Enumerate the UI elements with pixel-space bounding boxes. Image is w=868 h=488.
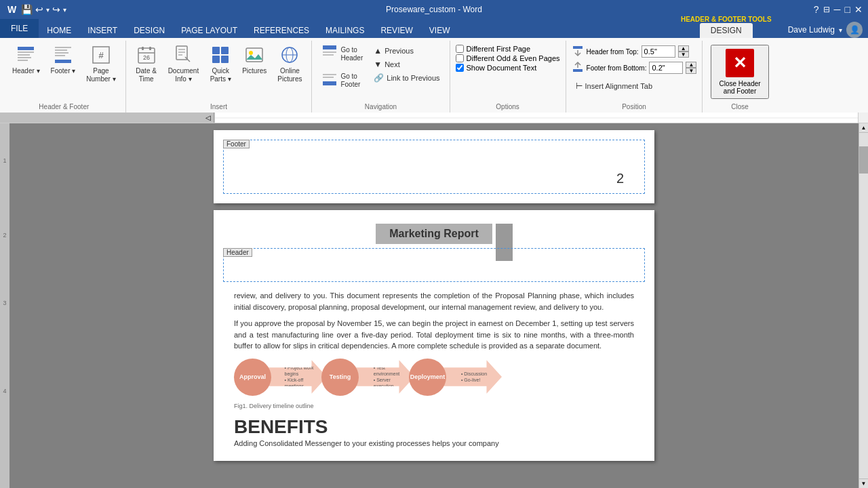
go-to-footer-button[interactable]: Go toFooter: [317, 68, 367, 92]
close-x-icon: ✕: [726, 49, 754, 77]
footer-button[interactable]: Footer ▾: [47, 42, 80, 77]
different-odd-even-row: Different Odd & Even Pages: [456, 54, 560, 62]
show-document-text-row: Show Document Text: [456, 64, 560, 72]
flow-arrow-2-text: • Test environment• Server execution: [374, 365, 400, 389]
header-top-down[interactable]: ▼: [678, 52, 689, 58]
footer-from-bottom-input[interactable]: [649, 62, 683, 74]
group-insert: 26 Date &Time DocumentInfo ▾ QuickParts …: [126, 41, 313, 113]
go-to-header-icon: [321, 44, 338, 64]
group-navigation: Go toHeader Go toFooter ▲ Previous ▼ Nex: [312, 41, 450, 113]
tab-home[interactable]: HOME: [39, 23, 79, 38]
options-items: Different First Page Different Odd & Eve…: [456, 42, 560, 72]
page-number-2: 2: [616, 171, 624, 186]
maximize-btn[interactable]: □: [845, 4, 850, 15]
ribbon-display-btn[interactable]: ⊟: [823, 5, 830, 14]
body-para-1: review, and delivery to you. This docume…: [234, 290, 634, 312]
header-top-up[interactable]: ▲: [678, 45, 689, 52]
user-area[interactable]: Dave Ludwig ▾ 👤: [783, 22, 868, 38]
document-scroll-area[interactable]: Footer 2 Marketing Report Header review,…: [9, 123, 859, 488]
quick-redo[interactable]: ↪: [52, 4, 60, 15]
footer-bottom-down[interactable]: ▼: [686, 68, 696, 74]
group-options-label: Options: [456, 102, 560, 113]
link-to-previous-button[interactable]: 🔗 Link to Previous: [370, 72, 443, 84]
next-button[interactable]: ▼ Next: [370, 58, 443, 70]
svg-rect-22: [221, 47, 229, 54]
tab-view[interactable]: VIEW: [421, 23, 458, 38]
page-number-button[interactable]: # PageNumber ▾: [82, 42, 119, 85]
tab-file[interactable]: FILE: [0, 19, 39, 38]
tab-references[interactable]: REFERENCES: [245, 23, 317, 38]
quick-parts-button[interactable]: QuickParts ▾: [205, 42, 235, 85]
navigation-items: Go toHeader Go toFooter ▲ Previous ▼ Nex: [317, 42, 443, 102]
flow-arrow-3-text: • Discussion• Go-live!: [461, 371, 487, 383]
tab-insert[interactable]: INSERT: [79, 23, 125, 38]
next-icon: ▼: [374, 60, 382, 69]
ruler-left: ◁: [0, 113, 214, 123]
svg-rect-1: [18, 52, 34, 53]
scroll-thumb[interactable]: [859, 146, 868, 174]
minimize-btn[interactable]: ─: [834, 4, 841, 15]
svg-rect-3: [18, 57, 31, 58]
close-header-footer-button[interactable]: ✕ Close Headerand Footer: [711, 45, 768, 99]
pictures-icon: [243, 44, 265, 66]
document-info-button[interactable]: DocumentInfo ▾: [164, 42, 203, 85]
ruler-num-2: 2: [3, 232, 6, 239]
close-window-btn[interactable]: ✕: [854, 4, 863, 15]
flow-node-approval: Approval: [234, 359, 271, 396]
date-time-button[interactable]: 26 Date &Time: [132, 42, 161, 85]
page-3: Marketing Report Header review, and deli…: [214, 210, 654, 461]
document-info-icon: [172, 44, 194, 66]
previous-icon: ▲: [374, 46, 382, 56]
go-to-header-button[interactable]: Go toHeader: [317, 42, 367, 66]
pictures-button[interactable]: Pictures: [238, 42, 271, 77]
alignment-tab-icon: ⊢: [576, 81, 583, 91]
undo-dropdown[interactable]: ▾: [46, 6, 50, 14]
tab-review[interactable]: REVIEW: [372, 23, 420, 38]
page-number-icon: #: [90, 44, 112, 66]
scroll-down-btn[interactable]: ▼: [859, 479, 868, 488]
collapse-icon[interactable]: ◁: [205, 114, 211, 121]
svg-rect-38: [573, 69, 583, 72]
show-document-text-checkbox[interactable]: [456, 64, 464, 72]
tab-page-layout[interactable]: PAGE LAYOUT: [173, 23, 245, 38]
ruler-num-3: 3: [3, 300, 6, 306]
online-pictures-button[interactable]: OnlinePictures: [273, 42, 306, 85]
different-first-page-row: Different First Page: [456, 45, 560, 53]
scroll-up-btn[interactable]: ▲: [859, 123, 868, 133]
dropdown-arrow[interactable]: ▾: [839, 26, 842, 34]
customize-qat[interactable]: ▾: [63, 6, 66, 14]
header-from-top-row: Header from Top: ▲ ▼: [572, 45, 697, 58]
quick-undo[interactable]: ↩: [35, 4, 43, 15]
position-items: Header from Top: ▲ ▼ Footer from Bottom:…: [572, 42, 697, 92]
tab-hf-design[interactable]: DESIGN: [700, 23, 753, 38]
different-odd-even-label: Different Odd & Even Pages: [467, 54, 560, 62]
tab-mailings[interactable]: MAILINGS: [317, 23, 372, 38]
quick-parts-icon: [210, 44, 231, 66]
footer-icon: [52, 44, 74, 66]
header-area: Header: [223, 248, 645, 282]
footer-label-tag: Footer: [223, 140, 250, 148]
document-info-label: DocumentInfo ▾: [168, 67, 199, 83]
group-position-label: Position: [572, 102, 697, 113]
header-from-top-input[interactable]: [642, 45, 675, 58]
user-avatar: 👤: [846, 22, 863, 38]
header-footer-items: Header ▾ Footer ▾ # PageNumber ▾: [8, 42, 120, 102]
previous-label: Previous: [384, 47, 414, 55]
body-para-2: If you approve the proposal by November …: [234, 318, 634, 352]
quick-save[interactable]: 💾: [21, 4, 33, 15]
insert-alignment-tab-button[interactable]: ⊢ Insert Alignment Tab: [572, 80, 697, 92]
header-from-top-label: Header from Top:: [587, 48, 639, 56]
scrollbar-right[interactable]: ▲ ▼: [859, 123, 868, 488]
footer-bottom-spinner: ▲ ▼: [686, 62, 696, 74]
tab-design[interactable]: DESIGN: [125, 23, 173, 38]
group-header-footer: Header ▾ Footer ▾ # PageNumber ▾ Header …: [3, 41, 126, 113]
footer-from-bottom-icon: [572, 61, 584, 75]
different-first-page-checkbox[interactable]: [456, 45, 464, 53]
previous-button[interactable]: ▲ Previous: [370, 45, 443, 57]
group-header-footer-label: Header & Footer: [8, 102, 120, 113]
footer-bottom-up[interactable]: ▲: [686, 62, 696, 68]
header-button[interactable]: Header ▾: [8, 42, 44, 77]
different-odd-even-checkbox[interactable]: [456, 54, 464, 62]
nav-col: ▲ Previous ▼ Next 🔗 Link to Previous: [370, 42, 443, 84]
help-icon[interactable]: ?: [814, 4, 819, 15]
